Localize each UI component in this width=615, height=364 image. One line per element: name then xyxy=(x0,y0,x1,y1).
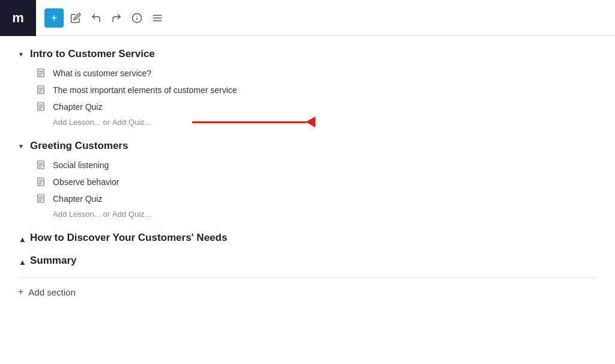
logo-letter: m xyxy=(12,10,24,26)
add-lesson-link[interactable]: Add Lesson... xyxy=(53,210,101,219)
plus-icon: + xyxy=(18,287,23,297)
doc-icon xyxy=(36,193,47,204)
add-section-label: Add section xyxy=(28,287,75,297)
list-item: Social listening xyxy=(36,157,597,174)
section-intro-header[interactable]: ▼ Intro to Customer Service xyxy=(18,48,597,60)
collapse-triangle-intro: ▼ xyxy=(18,51,25,58)
collapse-triangle-summary: ▶ xyxy=(19,257,25,264)
add-lesson-row-intro: Add Lesson... or Add Quiz... xyxy=(36,115,597,129)
toolbar: m + xyxy=(0,0,615,36)
list-item: Chapter Quiz xyxy=(36,190,597,207)
menu-icon[interactable] xyxy=(149,10,166,26)
or-text: or xyxy=(103,210,111,219)
lesson-name: What is customer service? xyxy=(53,68,151,78)
list-item: The most important elements of customer … xyxy=(36,82,597,99)
section-discover-header[interactable]: ▶ How to Discover Your Customers' Needs xyxy=(18,232,597,244)
add-lesson-link[interactable]: Add Lesson... xyxy=(53,118,101,127)
add-button[interactable]: + xyxy=(44,8,64,28)
list-item: What is customer service? xyxy=(36,65,597,82)
section-summary-title: Summary xyxy=(30,255,76,267)
lesson-name: Social listening xyxy=(53,160,109,170)
section-intro: ▼ Intro to Customer Service What is cust… xyxy=(18,48,597,129)
lesson-name: Chapter Quiz xyxy=(53,102,102,112)
lesson-name: Chapter Quiz xyxy=(53,194,102,204)
list-item: Chapter Quiz xyxy=(36,99,597,115)
add-lesson-row-greeting: Add Lesson... or Add Quiz... xyxy=(36,207,597,221)
undo-icon[interactable] xyxy=(88,10,105,26)
lesson-list-intro: What is customer service? The most impor… xyxy=(18,65,597,115)
section-intro-title: Intro to Customer Service xyxy=(30,48,155,60)
toolbar-actions: + xyxy=(36,8,174,28)
add-quiz-link[interactable]: Add Quiz... xyxy=(112,210,151,219)
doc-icon xyxy=(36,177,47,187)
doc-icon xyxy=(36,68,47,79)
collapse-triangle-discover: ▶ xyxy=(19,234,25,241)
section-discover: ▶ How to Discover Your Customers' Needs xyxy=(18,232,597,244)
lesson-name: Observe behavior xyxy=(53,177,120,187)
section-greeting-header[interactable]: ▼ Greeting Customers xyxy=(18,140,597,152)
redo-icon[interactable] xyxy=(108,10,125,26)
edit-icon[interactable] xyxy=(67,10,84,26)
logo: m xyxy=(0,0,36,36)
doc-icon xyxy=(36,102,47,112)
or-text: or xyxy=(103,118,111,127)
section-greeting: ▼ Greeting Customers Social listening xyxy=(18,140,597,221)
lesson-name: The most important elements of customer … xyxy=(53,85,237,95)
collapse-triangle-greeting: ▼ xyxy=(18,143,25,150)
doc-icon xyxy=(36,85,47,96)
list-item: Observe behavior xyxy=(36,174,597,190)
section-greeting-title: Greeting Customers xyxy=(30,140,128,152)
info-icon[interactable] xyxy=(129,10,145,26)
main-content: ▼ Intro to Customer Service What is cust… xyxy=(0,36,615,309)
section-discover-title: How to Discover Your Customers' Needs xyxy=(30,232,227,244)
add-section-row[interactable]: + Add section xyxy=(18,278,597,297)
section-summary-header[interactable]: ▶ Summary xyxy=(18,255,597,267)
section-summary: ▶ Summary xyxy=(18,255,597,267)
add-quiz-link[interactable]: Add Quiz... xyxy=(112,118,151,127)
doc-icon xyxy=(36,160,47,171)
lesson-list-greeting: Social listening Observe behavior xyxy=(18,157,597,207)
